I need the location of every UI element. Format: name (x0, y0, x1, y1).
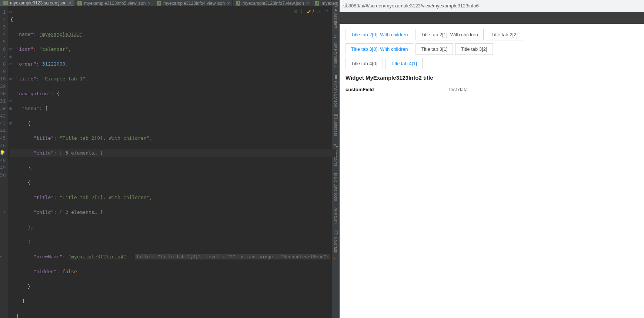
close-icon[interactable]: × (148, 0, 151, 6)
expand-icon[interactable]: + (3, 105, 6, 112)
editor-tab[interactable]: J myexample3123info4.view.json × (153, 0, 233, 6)
folded-region[interactable]: [ 2 elements… ] (60, 209, 103, 215)
ide-pane: J myexample3123.screen.json × J myexampl… (0, 0, 331, 318)
tab-label: myexample3123info5.view.json (84, 1, 146, 6)
line-number: 7 (0, 53, 6, 60)
svg-text:J: J (316, 1, 318, 5)
line-number: 3 (0, 23, 6, 31)
warning-count: 7 (312, 8, 314, 15)
tab-label: myexample3123info7.view.json (243, 1, 304, 6)
code-content[interactable]: { "name": "myexample3123", "icon": "cale… (8, 6, 336, 318)
editor-tabbar: J myexample3123.screen.json × J myexampl… (0, 0, 331, 6)
line-number: 49 (0, 164, 6, 172)
line-number: 48 (0, 157, 6, 164)
svg-text:J: J (237, 1, 239, 5)
page-header-bar (340, 12, 644, 24)
close-icon[interactable]: × (306, 0, 309, 6)
page-tab[interactable]: Title tab 2[0]. With children (346, 29, 413, 40)
json-file-icon: J (314, 1, 320, 6)
field-label: customField (346, 87, 449, 92)
warning-check-icon (306, 9, 311, 14)
tab-label: myexample3123.screen.json (10, 0, 67, 6)
line-number: 46 (0, 142, 6, 149)
json-file-icon: J (156, 1, 161, 6)
tab-row-level3: Title tab 3[0]. With children Title tab … (346, 43, 638, 55)
url-text: st:8080/ui/#/screen/myexample3123/view/m… (343, 3, 479, 9)
chevron-up-icon[interactable]: ︿ (317, 8, 321, 15)
separator: | (300, 8, 303, 15)
page-tab[interactable]: Title tab 2[2] (486, 29, 523, 40)
svg-text:J: J (158, 1, 160, 5)
editor-tab[interactable]: J myexample3123info7.view.json × (233, 0, 312, 6)
bulb-icon[interactable]: 💡 (0, 149, 5, 157)
line-number: 4 (0, 31, 6, 38)
tab-label: myexample3123info4.view.json (163, 1, 225, 6)
page-tab[interactable]: Title tab 4[1] (385, 58, 423, 69)
line-number: 29 (0, 83, 6, 90)
chevron-down-icon[interactable]: ﹀ (324, 8, 328, 15)
field-row: customField test data (346, 87, 638, 92)
tab-label: myexam (321, 1, 338, 6)
tab-row-level4: Title tab 4[0] Title tab 4[1] (346, 58, 638, 69)
line-number: 42 (0, 112, 6, 120)
page-tab[interactable]: Title tab 3[0]. With children (346, 43, 413, 55)
tab-row-level2: Title tab 2[0]. With children Title tab … (346, 29, 638, 40)
page-tab[interactable]: Title tab 3[2] (455, 43, 493, 55)
field-value: test data (449, 87, 468, 92)
line-number: 45 (0, 135, 6, 142)
line-number: 5 (0, 38, 6, 46)
editor-tab[interactable]: J myexample3123info5.view.json × (74, 0, 153, 6)
line-number: 8 (0, 60, 6, 68)
page-tab[interactable]: Title tab 3[1] (416, 43, 453, 55)
json-file-icon: J (3, 0, 8, 6)
editor-tab[interactable]: J myexample3123.screen.json × (0, 0, 74, 6)
navigate-icon[interactable]: ⟳ (0, 253, 2, 261)
line-number: 43 (0, 120, 6, 127)
page-content: Title tab 2[0]. With children Title tab … (340, 24, 644, 97)
line-number: 30 (0, 90, 6, 97)
json-file-icon: J (77, 1, 82, 6)
expand-icon[interactable]: + (3, 209, 6, 216)
line-number: 6 (0, 46, 6, 53)
line-gutter: 1 2 3 4 5 6 7 8 9 10 29 30 31 32 42 43 4… (0, 6, 8, 318)
json-file-icon: J (236, 1, 241, 6)
editor-tab[interactable]: J myexam (311, 0, 341, 6)
more-icon[interactable]: ⋮ (350, 0, 356, 6)
line-number: 2 (0, 16, 6, 23)
folded-region[interactable]: [ 3 elements… ] (60, 150, 103, 156)
line-number: 44 (0, 127, 6, 135)
inlay-hint: title : "Title tab 2[2]", level : "2" ->… (135, 254, 330, 259)
page-tab[interactable]: Title tab 2[1]. With children (416, 29, 483, 40)
close-icon[interactable]: × (227, 0, 230, 6)
line-number: 31 (0, 97, 6, 105)
svg-text:J: J (79, 1, 81, 5)
page-tab[interactable]: Title tab 4[0] (346, 58, 383, 69)
warning-indicator[interactable]: 7 (306, 8, 314, 15)
browser-pane: st:8080/ui/#/screen/myexample3123/view/m… (340, 0, 644, 318)
chevron-down-icon[interactable]: ⌄ (344, 1, 347, 6)
inspection-bar: | 7 ︿ ﹀ (294, 8, 328, 15)
code-editor[interactable]: | 7 ︿ ﹀ 1 2 3 4 5 6 7 8 9 10 29 30 (0, 6, 331, 318)
tab-overflow-controls: ⌄ ⋮ (341, 0, 358, 6)
widget-title: Widget MyExample3123Info2 title (346, 74, 638, 81)
svg-text:J: J (5, 1, 7, 5)
line-number: 9 (0, 68, 6, 75)
line-number: 10 (0, 75, 6, 83)
address-bar[interactable]: st:8080/ui/#/screen/myexample3123/view/m… (340, 0, 644, 12)
analysis-ok-icon[interactable] (294, 10, 297, 13)
line-number: 1 (0, 9, 6, 16)
line-number: 50 (0, 172, 6, 179)
close-icon[interactable]: × (69, 0, 72, 6)
